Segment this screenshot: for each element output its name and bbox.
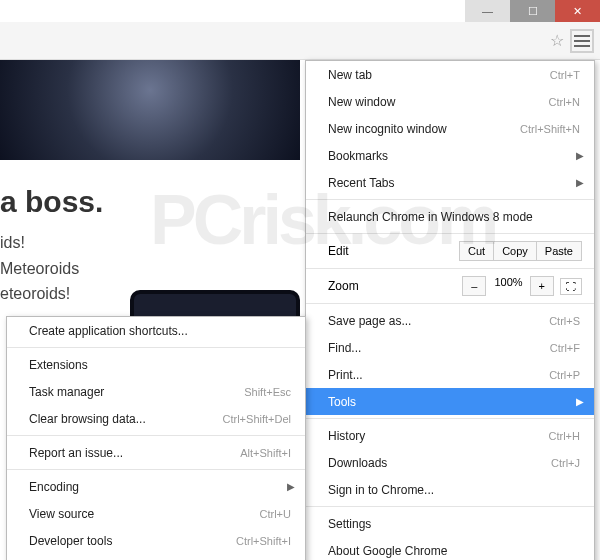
menu-separator (7, 435, 305, 436)
copy-button[interactable]: Copy (493, 241, 537, 261)
menu-recent-tabs[interactable]: Recent Tabs▶ (306, 169, 594, 196)
menu-separator (306, 506, 594, 507)
menu-print[interactable]: Print...Ctrl+P (306, 361, 594, 388)
submenu-js-console[interactable]: JavaScript consoleCtrl+Shift+J (7, 554, 305, 560)
minimize-button[interactable]: — (465, 0, 510, 22)
menu-new-incognito[interactable]: New incognito windowCtrl+Shift+N (306, 115, 594, 142)
bookmark-star-icon[interactable]: ☆ (550, 31, 564, 50)
zoom-out-button[interactable]: – (462, 276, 486, 296)
submenu-view-source[interactable]: View sourceCtrl+U (7, 500, 305, 527)
page-sublines: ids! Meteoroids eteoroids! (0, 230, 79, 307)
menu-new-tab[interactable]: New tabCtrl+T (306, 61, 594, 88)
maximize-button[interactable]: ☐ (510, 0, 555, 22)
text-line: eteoroids! (0, 281, 79, 307)
menu-zoom-row: Zoom – 100% + ⛶ (306, 272, 594, 300)
text-line: Meteoroids (0, 256, 79, 282)
menu-edit-row: Edit Cut Copy Paste (306, 237, 594, 265)
zoom-in-button[interactable]: + (530, 276, 554, 296)
menu-save-page[interactable]: Save page as...Ctrl+S (306, 307, 594, 334)
paste-button[interactable]: Paste (536, 241, 582, 261)
menu-sign-in[interactable]: Sign in to Chrome... (306, 476, 594, 503)
menu-bookmarks[interactable]: Bookmarks▶ (306, 142, 594, 169)
close-button[interactable]: ✕ (555, 0, 600, 22)
chrome-main-menu: New tabCtrl+T New windowCtrl+N New incog… (305, 60, 595, 560)
edit-label: Edit (328, 244, 459, 258)
submenu-encoding[interactable]: Encoding▶ (7, 473, 305, 500)
submenu-task-manager[interactable]: Task managerShift+Esc (7, 378, 305, 405)
chevron-right-icon: ▶ (287, 481, 295, 492)
menu-relaunch-win8[interactable]: Relaunch Chrome in Windows 8 mode (306, 203, 594, 230)
hamburger-menu-icon[interactable] (572, 31, 592, 51)
menu-tools[interactable]: Tools▶ (306, 388, 594, 415)
menu-history[interactable]: HistoryCtrl+H (306, 422, 594, 449)
chevron-right-icon: ▶ (576, 150, 584, 161)
page-headline: a boss. (0, 185, 103, 219)
submenu-create-shortcuts[interactable]: Create application shortcuts... (7, 317, 305, 344)
menu-new-window[interactable]: New windowCtrl+N (306, 88, 594, 115)
text-line: ids! (0, 230, 79, 256)
menu-separator (7, 469, 305, 470)
submenu-developer-tools[interactable]: Developer toolsCtrl+Shift+I (7, 527, 305, 554)
window-controls: — ☐ ✕ (465, 0, 600, 28)
cut-button[interactable]: Cut (459, 241, 494, 261)
menu-separator (306, 303, 594, 304)
zoom-value: 100% (486, 276, 530, 296)
menu-separator (306, 418, 594, 419)
menu-downloads[interactable]: DownloadsCtrl+J (306, 449, 594, 476)
chevron-right-icon: ▶ (576, 396, 584, 407)
hero-image (0, 60, 300, 160)
submenu-clear-browsing[interactable]: Clear browsing data...Ctrl+Shift+Del (7, 405, 305, 432)
menu-separator (306, 268, 594, 269)
submenu-extensions[interactable]: Extensions (7, 351, 305, 378)
menu-separator (306, 199, 594, 200)
menu-separator (306, 233, 594, 234)
submenu-report-issue[interactable]: Report an issue...Alt+Shift+I (7, 439, 305, 466)
menu-settings[interactable]: Settings (306, 510, 594, 537)
menu-separator (7, 347, 305, 348)
zoom-label: Zoom (328, 279, 462, 293)
chevron-right-icon: ▶ (576, 177, 584, 188)
fullscreen-button[interactable]: ⛶ (560, 278, 582, 295)
tools-submenu: Create application shortcuts... Extensio… (6, 316, 306, 560)
menu-find[interactable]: Find...Ctrl+F (306, 334, 594, 361)
menu-about[interactable]: About Google Chrome (306, 537, 594, 560)
